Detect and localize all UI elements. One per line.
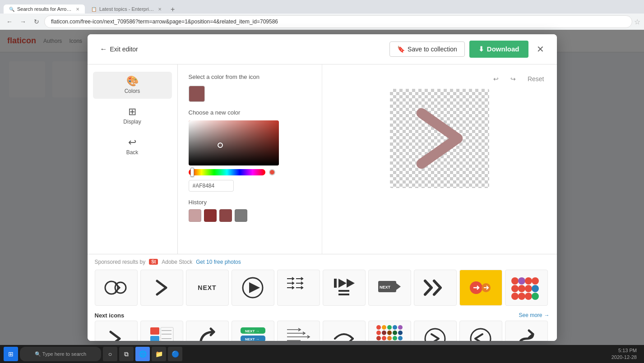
svg-point-18 <box>511 285 519 292</box>
tool-back-label: Back <box>126 149 139 156</box>
svg-point-25 <box>532 293 539 300</box>
preview-area: ↩ ↪ Reset <box>322 64 557 254</box>
preview-canvas <box>390 89 489 188</box>
choose-color-title: Choose a new color <box>189 109 311 116</box>
redo-button[interactable]: ↪ <box>507 74 519 84</box>
svg-point-21 <box>532 285 539 292</box>
svg-point-56 <box>382 325 386 330</box>
icon-item-right-arrow-circle[interactable] <box>414 321 457 341</box>
nav-forward-button[interactable]: → <box>17 16 29 28</box>
reset-label: Reset <box>528 75 544 83</box>
search-taskbar[interactable]: 🔍 Type here to search <box>20 347 101 361</box>
icon-item-arrow-lines[interactable] <box>277 321 320 341</box>
svg-point-60 <box>376 331 381 335</box>
reset-button[interactable]: Reset <box>524 74 548 84</box>
history-swatch-4[interactable] <box>235 209 247 222</box>
icon-item-left-arrow-outline[interactable] <box>95 321 138 341</box>
taskbar-edge[interactable]: 🔵 <box>168 347 182 361</box>
close-modal-button[interactable]: ✕ <box>533 43 548 55</box>
history-swatch-2[interactable] <box>204 209 217 222</box>
svg-point-68 <box>393 336 397 340</box>
tool-back[interactable]: ↩ Back <box>93 133 172 160</box>
icon-item-share-arrow[interactable] <box>505 321 548 341</box>
svg-marker-3 <box>249 282 260 293</box>
icon-item-right-arrow[interactable] <box>140 270 183 306</box>
taskbar-taskview[interactable]: ⧉ <box>119 347 134 361</box>
icon-item-curved-arrow[interactable] <box>186 321 229 341</box>
svg-point-70 <box>425 329 445 341</box>
next-icons-title: Next icons <box>95 312 125 319</box>
selected-color-swatch[interactable] <box>189 86 205 102</box>
nav-back-button[interactable]: ← <box>4 16 15 28</box>
left-panel: 🎨 Colors ⊞ Display ↩ Back <box>88 64 178 254</box>
new-tab-button[interactable]: + <box>168 5 177 14</box>
undo-button[interactable]: ↩ <box>490 74 502 84</box>
svg-text:NEXT →: NEXT → <box>245 337 259 341</box>
svg-rect-37 <box>150 336 159 341</box>
exit-editor-button[interactable]: ← Exit editor <box>97 43 142 55</box>
icon-item-play-circle[interactable] <box>232 270 274 306</box>
adobe-stock-name: Adobe Stock <box>162 259 192 265</box>
svg-rect-8 <box>338 294 349 295</box>
color-picker-panel: Select a color from the icon Choose a ne… <box>178 64 322 254</box>
icon-item-arrows-set[interactable] <box>277 270 320 306</box>
download-label: Download <box>487 45 519 53</box>
picker-handle[interactable] <box>218 142 223 148</box>
svg-point-16 <box>525 277 532 285</box>
free-photos-link[interactable]: Get 10 free photos <box>196 259 241 265</box>
sponsored-prefix: Sponsored results by <box>95 259 146 265</box>
icon-item-colored-circles[interactable] <box>459 270 502 306</box>
icon-item-next-steps[interactable]: NEXT <box>368 270 411 306</box>
arrow-svg-preview <box>403 102 476 175</box>
taskbar-chrome[interactable]: 🌐 <box>135 347 150 361</box>
svg-point-59 <box>398 325 403 330</box>
bookmark-button[interactable]: ☆ <box>634 18 640 26</box>
svg-point-23 <box>518 293 525 300</box>
svg-text:NEXT →: NEXT → <box>245 329 259 333</box>
save-collection-button[interactable]: 🔖 Save to collection <box>389 41 465 57</box>
nav-refresh-button[interactable]: ↻ <box>31 16 42 28</box>
icon-item-next-text[interactable]: NEXT <box>186 270 229 306</box>
modal-bottom: Sponsored results by St Adobe Stock Get … <box>88 254 557 341</box>
svg-point-55 <box>376 325 381 330</box>
taskbar-explorer[interactable]: 📁 <box>152 347 166 361</box>
address-bar[interactable]: flaticon.com/free-icon/next_709586?term=… <box>44 15 632 28</box>
hue-slider[interactable] <box>189 169 265 175</box>
active-tab[interactable]: 🔍 Search results for Arrow - Flatico... … <box>4 5 85 14</box>
icon-item-double-arrows[interactable] <box>414 270 457 306</box>
icon-item-left-chevron-circle[interactable] <box>459 321 502 341</box>
taskbar-cortana[interactable]: ○ <box>103 347 117 361</box>
icon-item-dots-grid[interactable] <box>368 321 411 341</box>
icon-item-media-controls[interactable] <box>323 270 366 306</box>
hue-handle[interactable] <box>190 168 194 177</box>
svg-point-14 <box>511 277 519 285</box>
svg-point-67 <box>387 336 392 340</box>
svg-point-20 <box>525 285 532 292</box>
svg-point-57 <box>387 325 392 330</box>
svg-point-17 <box>532 277 539 285</box>
icon-item-next-buttons[interactable]: NEXT → NEXT → NEXT → <box>232 321 274 341</box>
taskbar: ⊞ 🔍 Type here to search ○ ⧉ 🌐 📁 🔵 5:13 P… <box>0 345 644 363</box>
gradient-picker[interactable] <box>189 120 279 165</box>
hex-color-input[interactable] <box>189 180 234 192</box>
tool-colors[interactable]: 🎨 Colors <box>93 72 172 99</box>
download-button[interactable]: ⬇ Download <box>469 41 528 58</box>
bookmark-icon: 🔖 <box>397 46 405 53</box>
inactive-tab[interactable]: 📋 Latest topics - Enterprise DNA Fo... ✕ <box>86 5 167 14</box>
see-more-arrow-icon: → <box>544 312 550 318</box>
display-icon: ⊞ <box>128 107 136 117</box>
history-swatch-1[interactable] <box>189 209 201 222</box>
history-swatch-3[interactable] <box>219 209 232 222</box>
icon-item-colorful-set[interactable] <box>505 270 548 306</box>
start-button[interactable]: ⊞ <box>4 347 18 361</box>
modal-header: ← Exit editor 🔖 Save to collection ⬇ Dow… <box>88 34 557 64</box>
svg-point-63 <box>393 331 397 335</box>
svg-point-64 <box>398 331 403 335</box>
tool-display[interactable]: ⊞ Display <box>93 102 172 129</box>
see-more-link[interactable]: See more → <box>519 312 549 318</box>
svg-point-66 <box>382 336 386 340</box>
icon-item-icon-sheet[interactable] <box>140 321 183 341</box>
history-title: History <box>189 199 311 206</box>
icon-item-amazon-arrow[interactable] <box>323 321 366 341</box>
icon-item-circle-arrows[interactable] <box>95 270 138 306</box>
